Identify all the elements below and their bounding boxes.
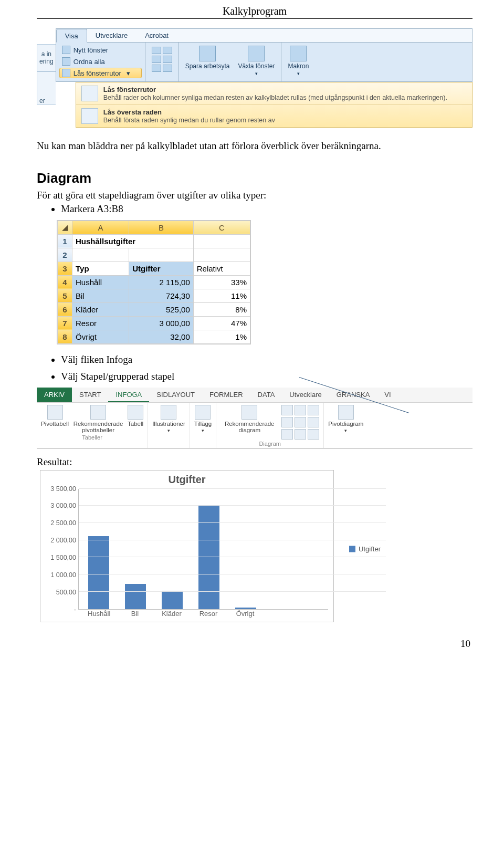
macros-button[interactable]: Makron▾	[285, 45, 312, 77]
cell[interactable]	[129, 248, 194, 262]
page-header-title: Kalkylprogram	[37, 0, 472, 18]
tab-data[interactable]: DATA	[250, 388, 282, 402]
cell[interactable]: Bil	[72, 289, 129, 302]
table-button[interactable]: Tabell	[128, 405, 143, 427]
switch-icon	[248, 46, 265, 61]
row-header[interactable]: 3	[58, 262, 72, 275]
row-header[interactable]: 1	[58, 234, 72, 248]
rec-pivot-icon	[90, 405, 106, 420]
frag-text: a in	[41, 50, 51, 58]
pivottable-button[interactable]: Pivottabell	[41, 405, 69, 427]
x-axis-labels: Hushåll Bil Kläder Resor Övrigt	[88, 610, 328, 618]
row-header[interactable]: 8	[58, 330, 72, 343]
cell[interactable]	[193, 234, 250, 248]
cell[interactable]: Kläder	[72, 302, 129, 316]
row-header[interactable]: 4	[58, 275, 72, 289]
cell[interactable]: 8%	[193, 302, 250, 316]
group-label-diagram: Diagram	[259, 440, 281, 447]
cell[interactable]: 724,30	[129, 289, 194, 302]
row-header[interactable]: 7	[58, 316, 72, 330]
illustrations-button[interactable]: Illustrationer▾	[152, 405, 185, 433]
bar-ovrigt	[235, 608, 256, 609]
col-header-b[interactable]: B	[129, 221, 194, 234]
new-window-button[interactable]: Nytt fönster	[59, 45, 142, 55]
cell[interactable]: 525,00	[129, 302, 194, 316]
cell[interactable]: Övrigt	[72, 330, 129, 343]
tab-utvecklare[interactable]: Utvecklare	[282, 388, 329, 402]
cell[interactable]: 33%	[193, 275, 250, 289]
select-all-corner[interactable]: ◢	[58, 221, 72, 234]
freeze-panes-option[interactable]: Lås fönsterrutorBehåll rader och kolumne…	[76, 82, 472, 104]
ribbon-tabs: Visa Utvecklare Acrobat	[56, 29, 472, 43]
rec-chart-icon	[242, 405, 257, 420]
pivottable-icon	[47, 405, 63, 420]
cell[interactable]: Hushållsutgifter	[72, 234, 194, 248]
table-icon	[128, 405, 143, 420]
bar-chart: Utgifter 3 500,00 3 000,00 2 500,00 2 00…	[40, 470, 334, 622]
bullet-item: Välj Stapel/grupperad stapel	[61, 371, 472, 382]
paragraph: Nu kan man bläddra ner på kalkylbladet u…	[37, 139, 472, 153]
save-icon	[199, 46, 216, 61]
cell[interactable]: Hushåll	[72, 275, 129, 289]
illustrations-icon	[161, 405, 176, 420]
tab-start[interactable]: START	[72, 388, 108, 402]
row-header[interactable]: 6	[58, 302, 72, 316]
cell[interactable]: Typ	[72, 262, 129, 275]
tab-formler[interactable]: FORMLER	[202, 388, 250, 402]
tab-infoga[interactable]: INFOGA	[108, 388, 149, 402]
cell[interactable]	[193, 248, 250, 262]
row-header[interactable]: 2	[58, 248, 72, 262]
cell[interactable]: 1%	[193, 330, 250, 343]
arrange-icon	[62, 57, 70, 66]
chart-legend: Utgifter	[349, 545, 381, 553]
addins-button[interactable]: Tillägg▾	[194, 405, 212, 433]
save-workspace-button[interactable]: Spara arbetsyta	[182, 45, 233, 78]
freeze-top-row-option[interactable]: Lås översta radenBehåll första raden syn…	[76, 104, 472, 127]
recommended-pivottables-button[interactable]: Rekommenderade pivottabeller	[72, 405, 124, 433]
freeze-panes-icon	[81, 86, 98, 101]
cell[interactable]: 47%	[193, 316, 250, 330]
plot-area: Utgifter	[78, 489, 328, 610]
bullet-item: Markera A3:B8	[61, 203, 472, 215]
section-intro: För att göra ett stapeldiagram över utgi…	[37, 190, 472, 201]
chart-type-grid[interactable]	[281, 405, 319, 440]
bar-klader	[162, 591, 183, 609]
macro-icon	[290, 46, 307, 61]
tab-utvecklare[interactable]: Utvecklare	[87, 29, 136, 42]
spreadsheet-screenshot: ◢ A B C 1Hushållsutgifter 2 3TypUtgifter…	[57, 220, 251, 344]
col-header-a[interactable]: A	[72, 221, 129, 234]
recommended-charts-button[interactable]: Rekommenderade diagram	[220, 405, 278, 433]
cell[interactable]: 3 000,00	[129, 316, 194, 330]
ribbon2-screenshot: ARKIV START INFOGA SIDLAYOUT FORMLER DAT…	[37, 388, 472, 449]
switch-windows-button[interactable]: Växla fönster▾	[235, 45, 278, 78]
tab-acrobat[interactable]: Acrobat	[136, 29, 177, 42]
addins-icon	[195, 405, 211, 420]
section-heading-diagram: Diagram	[37, 170, 472, 186]
header-rule	[37, 18, 472, 19]
col-header-c[interactable]: C	[193, 221, 250, 234]
tab-visa-cut[interactable]: VI	[377, 388, 398, 402]
freeze-top-icon	[81, 108, 98, 124]
tab-sidlayout[interactable]: SIDLAYOUT	[149, 388, 202, 402]
pivotchart-button[interactable]: Pivotdiagram▾	[328, 405, 363, 433]
tab-arkiv[interactable]: ARKIV	[37, 388, 72, 402]
tab-visa[interactable]: Visa	[56, 29, 87, 43]
row-header[interactable]: 5	[58, 289, 72, 302]
bullet-item: Välj fliken Infoga	[61, 354, 472, 365]
pivotchart-icon	[338, 405, 354, 420]
cell[interactable]: 11%	[193, 289, 250, 302]
mini-buttons[interactable]	[149, 45, 175, 74]
group-label-tabeller: Tabeller	[82, 433, 102, 441]
cell[interactable]: 2 115,00	[129, 275, 194, 289]
frag-text: ering	[39, 58, 54, 65]
cell[interactable]: Relativt	[193, 262, 250, 275]
y-axis-labels: 3 500,00 3 000,00 2 500,00 2 000,00 1 50…	[49, 489, 78, 610]
cell[interactable]	[72, 248, 129, 262]
page-number: 10	[37, 622, 472, 650]
cell[interactable]: 32,00	[129, 330, 194, 343]
cell[interactable]: Resor	[72, 316, 129, 330]
cell[interactable]: Utgifter	[129, 262, 194, 275]
arrange-all-button[interactable]: Ordna alla	[59, 56, 142, 67]
freeze-icon	[62, 69, 70, 77]
freeze-panes-button[interactable]: Lås fönsterrutor▾	[59, 68, 142, 78]
